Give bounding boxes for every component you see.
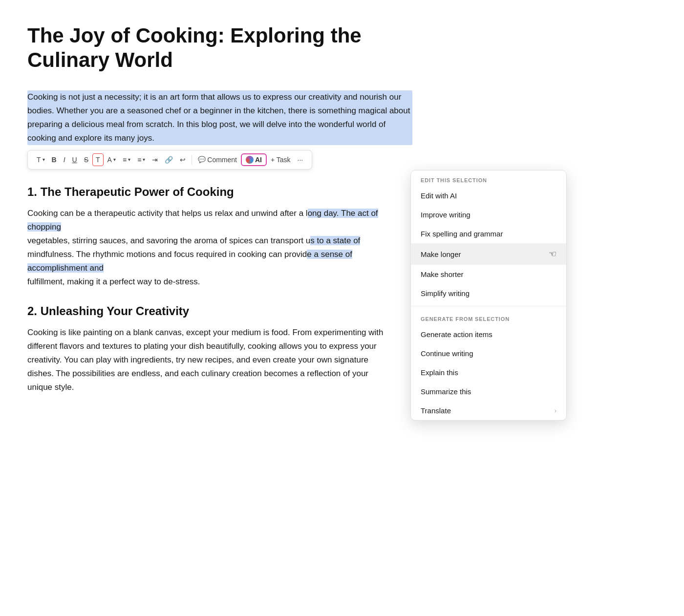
- improve-writing-item[interactable]: Improve writing: [411, 205, 566, 224]
- simplify-writing-item[interactable]: Simplify writing: [411, 284, 566, 303]
- selected-paragraph: Cooking is not just a necessity; it is a…: [27, 90, 412, 145]
- translate-item[interactable]: Translate ›: [411, 401, 566, 420]
- explain-this-item[interactable]: Explain this: [411, 363, 566, 382]
- ai-button[interactable]: AI: [241, 153, 267, 166]
- make-longer-item[interactable]: Make longer ☜: [411, 243, 566, 265]
- list-button[interactable]: ≡ ▾: [134, 154, 148, 166]
- task-button[interactable]: + Task: [268, 154, 294, 166]
- summarize-this-item[interactable]: Summarize this: [411, 382, 566, 401]
- align-button[interactable]: ≡ ▾: [120, 154, 133, 166]
- dropdown-divider: [411, 306, 566, 306]
- media-button[interactable]: ↩: [177, 154, 189, 166]
- cursor-icon: ☜: [549, 249, 556, 259]
- indent-button[interactable]: ⇥: [149, 154, 161, 166]
- section1-heading: 1. The Therapeutic Power of Cooking: [27, 185, 412, 199]
- underline-button[interactable]: U: [69, 154, 80, 166]
- bold-button[interactable]: B: [49, 154, 60, 166]
- document-title: The Joy of Cooking: Exploring the Culina…: [27, 23, 412, 73]
- highlight-button[interactable]: T: [92, 153, 104, 166]
- generate-section-label: GENERATE FROM SELECTION: [411, 309, 566, 325]
- make-shorter-item[interactable]: Make shorter: [411, 265, 566, 284]
- fix-spelling-item[interactable]: Fix spelling and grammar: [411, 224, 566, 243]
- italic-button[interactable]: I: [61, 154, 68, 166]
- edit-section-label: EDIT THIS SELECTION: [411, 170, 566, 186]
- strikethrough-button[interactable]: S: [81, 154, 91, 166]
- section2-body: Cooking is like painting on a blank canv…: [27, 326, 412, 394]
- generate-action-items-item[interactable]: Generate action items: [411, 325, 566, 344]
- link-button[interactable]: 🔗: [162, 154, 176, 166]
- continue-writing-item[interactable]: Continue writing: [411, 344, 566, 363]
- comment-button[interactable]: 💬 Comment: [195, 154, 240, 166]
- text-style-button[interactable]: T ▾: [34, 154, 48, 166]
- ai-icon: [246, 156, 254, 164]
- more-options-button[interactable]: ···: [295, 154, 306, 166]
- section1-body: Cooking can be a therapeutic activity th…: [27, 207, 412, 289]
- chevron-right-icon: ›: [555, 407, 556, 414]
- editor-area: The Joy of Cooking: Exploring the Culina…: [0, 0, 440, 429]
- section2-heading: 2. Unleashing Your Creativity: [27, 304, 412, 318]
- font-color-button[interactable]: A ▾: [105, 154, 119, 166]
- edit-with-ai-item[interactable]: Edit with AI: [411, 186, 566, 205]
- toolbar-separator-1: [192, 155, 192, 165]
- ai-dropdown-menu: EDIT THIS SELECTION Edit with AI Improve…: [410, 170, 567, 421]
- formatting-toolbar: T ▾ B I U S T A ▾ ≡ ▾ ≡ ▾ ⇥: [27, 150, 312, 170]
